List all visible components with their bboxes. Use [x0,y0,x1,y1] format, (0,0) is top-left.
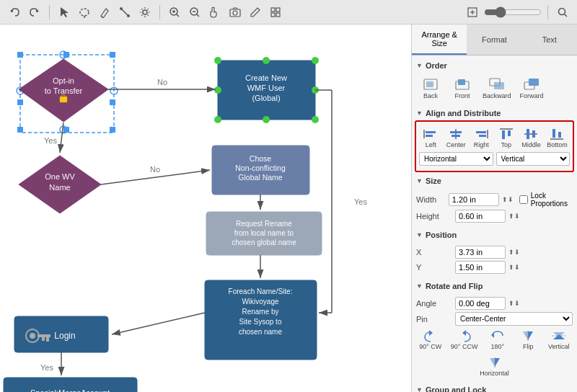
svg-text:Yes: Yes [40,363,53,372]
rotate-180-button[interactable]: 180° [485,328,510,352]
canvas[interactable]: Opt-in to Transfer One WV Name Create Ne… [0,24,411,392]
horizontal-distribute-select[interactable]: Horizontal [419,152,493,166]
redo-button[interactable] [26,4,43,21]
rotate-section-header[interactable]: ▼ Rotate and Flip [415,279,574,292]
svg-text:Yes: Yes [44,136,57,145]
height-spinner[interactable]: ⬆⬇ [508,213,520,220]
svg-text:No: No [150,165,160,174]
connect-tool[interactable] [116,4,133,21]
svg-rect-121 [527,129,529,139]
flip-button[interactable]: Flip [516,328,540,352]
forward-button[interactable]: Forward [517,76,547,102]
width-input[interactable] [449,193,499,206]
tab-format[interactable]: Format [467,24,521,55]
svg-marker-126 [429,330,433,336]
extra-tool[interactable] [267,4,284,21]
backward-button[interactable]: Backward [480,76,514,102]
zoom-out-tool[interactable] [186,4,203,21]
rotate-arrow: ▼ [416,282,423,290]
align-middle-button[interactable]: Middle [519,126,543,150]
svg-point-52 [263,57,270,64]
zoom-fit-button[interactable] [464,4,481,21]
rotate-90cw-button[interactable]: 90° CW [418,328,443,352]
settings-tool[interactable] [136,4,154,21]
svg-point-26 [559,8,565,14]
order-section-header[interactable]: ▼ Order [415,58,574,71]
svg-marker-2 [61,7,69,17]
undo-button[interactable] [6,4,23,21]
svg-text:One WV: One WV [45,172,75,181]
svg-rect-34 [17,99,23,105]
svg-marker-128 [491,332,494,338]
x-spinner[interactable]: ⬆⬇ [508,249,520,256]
svg-point-3 [80,9,89,16]
pointer-tool[interactable] [56,4,73,21]
rotate-90ccw-button[interactable]: 90° CCW [449,328,480,352]
align-right-button[interactable]: Right [470,126,493,150]
group-section-header[interactable]: ▼ Group and Lock [415,383,574,392]
lock-proportions-label: Lock Proportions [531,192,573,208]
align-section-body: Left Center Right Top [415,120,574,172]
pin-select[interactable]: Center-Center [455,312,573,326]
zoom-in-tool[interactable] [166,4,183,21]
camera-tool[interactable] [226,4,244,21]
svg-rect-107 [529,79,539,86]
lock-proportions-checkbox[interactable] [519,195,528,204]
size-section-header[interactable]: ▼ Size [415,174,574,187]
svg-rect-117 [500,128,513,130]
svg-rect-105 [494,82,504,89]
x-input[interactable] [455,246,506,259]
svg-marker-133 [553,334,565,339]
main-area: Opt-in to Transfer One WV Name Create Ne… [0,24,577,392]
pencil-tool[interactable] [247,4,264,21]
svg-rect-123 [550,138,563,140]
svg-marker-135 [490,358,495,367]
tab-arrange[interactable]: Arrange & Size [412,24,467,55]
tab-text[interactable]: Text [522,24,577,55]
position-section-header[interactable]: ▼ Position [415,228,574,241]
angle-input[interactable] [455,297,506,310]
vertical-distribute-select[interactable]: Vertical [496,152,571,166]
pin-label: Pin [416,315,452,324]
flip-horizontal-button[interactable]: Horizontal [478,355,511,378]
svg-text:Yes: Yes [354,197,367,206]
panel-tabs: Arrange & Size Format Text [412,24,577,55]
height-input[interactable] [455,210,506,223]
angle-spinner[interactable]: ⬆⬇ [508,300,520,307]
search-button[interactable] [554,4,571,21]
svg-text:Rename by: Rename by [242,308,278,316]
height-label: Height [416,212,452,220]
hand-tool[interactable] [206,4,224,21]
width-spinner[interactable]: ⬆⬇ [502,196,514,203]
rotate-title: Rotate and Flip [426,282,483,290]
zoom-slider[interactable] [484,6,542,18]
svg-text:Global Name: Global Name [238,173,282,182]
draw-tool[interactable] [96,4,113,21]
back-button[interactable]: Back [416,76,445,102]
svg-rect-19 [271,8,275,12]
svg-line-5 [101,16,103,18]
front-button[interactable]: Front [448,76,477,102]
svg-point-56 [214,116,221,123]
svg-marker-130 [528,331,533,340]
align-bottom-button[interactable]: Bottom [545,126,570,150]
align-center-button[interactable]: Center [444,126,468,150]
svg-rect-79 [38,334,50,337]
align-top-button[interactable]: Top [495,126,518,150]
y-spinner[interactable]: ⬆⬇ [508,264,520,271]
align-left-button[interactable]: Left [419,126,442,150]
lasso-tool[interactable] [76,4,93,21]
svg-rect-80 [46,337,49,342]
rotate-section-body: Angle ⬆⬇ Pin Center-Center 90° CW [415,292,574,383]
flip-vertical-button[interactable]: Vertical [547,328,571,352]
position-section-body: X ⬆⬇ Y ⬆⬇ [415,241,574,279]
svg-text:Non-conflicting: Non-conflicting [235,164,286,172]
svg-rect-38 [110,127,115,133]
x-row: X ⬆⬇ [416,246,573,259]
order-buttons: Back Front Backward Forward [416,76,573,102]
svg-rect-122 [532,130,535,138]
y-row: Y ⬆⬇ [416,261,573,274]
y-input[interactable] [455,261,506,274]
align-section-header[interactable]: ▼ Align and Distribute [415,106,574,119]
width-row: Width ⬆⬇ Lock Proportions [416,192,573,208]
